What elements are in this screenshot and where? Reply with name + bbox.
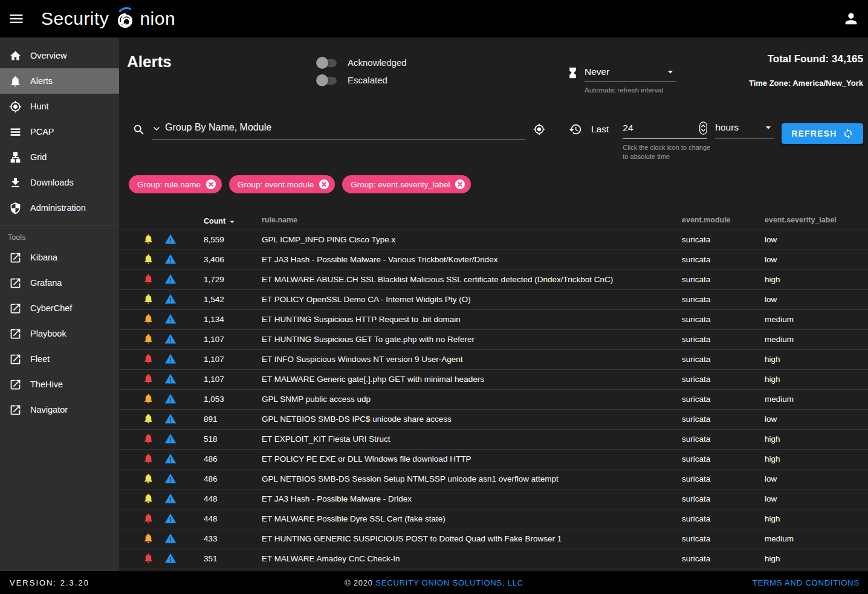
sidebar-item-administration[interactable]: Administration: [0, 195, 119, 221]
cell-severity-label[interactable]: medium: [765, 395, 794, 404]
cell-count[interactable]: 1,107: [204, 355, 224, 364]
cell-severity-label[interactable]: low: [765, 474, 777, 483]
sidebar-tool-fleet[interactable]: Fleet: [0, 346, 119, 372]
table-row[interactable]: 486 ET POLICY PE EXE or DLL Windows file…: [119, 449, 868, 469]
cell-rule-name[interactable]: ET MALWARE ABUSE.CH SSL Blacklist Malici…: [262, 275, 613, 284]
cell-severity-label[interactable]: high: [765, 454, 780, 463]
cell-rule-name[interactable]: ET MALWARE Generic gate[.].php GET with …: [262, 375, 484, 384]
cell-severity-label[interactable]: high: [765, 434, 780, 444]
cell-severity-label[interactable]: low: [765, 255, 777, 264]
cell-severity-label[interactable]: medium: [765, 335, 794, 344]
table-row[interactable]: 448 ET MALWARE Possible Dyre SSL Cert (f…: [119, 509, 868, 529]
sidebar-tool-thehive[interactable]: TheHive: [0, 372, 119, 397]
cell-count[interactable]: 1,107: [204, 375, 224, 384]
severity-bell-icon[interactable]: [143, 453, 154, 464]
alert-info-icon[interactable]: [164, 453, 177, 465]
group-filter-chip[interactable]: Group: event.severity_label: [342, 175, 471, 193]
cell-count[interactable]: 486: [204, 474, 218, 483]
cell-severity-label[interactable]: low: [765, 415, 777, 424]
refresh-button[interactable]: REFRESH: [782, 123, 863, 144]
severity-bell-icon[interactable]: [143, 313, 154, 324]
cell-count[interactable]: 1,053: [204, 395, 224, 404]
cell-count[interactable]: 1,542: [204, 295, 224, 304]
cell-event-module[interactable]: suricata: [682, 395, 710, 404]
column-header-rule-name[interactable]: rule.name: [262, 216, 297, 224]
severity-bell-icon[interactable]: [143, 333, 154, 344]
column-header-count[interactable]: Count: [204, 216, 237, 227]
toggle-acknowledged[interactable]: Acknowledged: [316, 54, 407, 71]
severity-bell-icon[interactable]: [143, 253, 154, 265]
severity-bell-icon[interactable]: [143, 512, 154, 524]
alert-info-icon[interactable]: [164, 333, 177, 345]
cell-count[interactable]: 1,134: [204, 315, 224, 324]
cell-event-module[interactable]: suricata: [682, 295, 710, 304]
table-row[interactable]: 3,406 ET JA3 Hash - Possible Malware - V…: [119, 250, 868, 270]
cell-event-module[interactable]: suricata: [682, 415, 710, 424]
group-filter-chip[interactable]: Group: event.module: [229, 175, 335, 193]
severity-bell-icon[interactable]: [143, 532, 154, 544]
user-account-icon[interactable]: [843, 10, 860, 27]
sidebar-item-pcap[interactable]: PCAP: [0, 119, 119, 144]
chip-close-icon[interactable]: [206, 179, 216, 190]
sidebar-tool-kibana[interactable]: Kibana: [0, 245, 119, 270]
severity-bell-icon[interactable]: [143, 552, 154, 564]
cell-rule-name[interactable]: GPL SNMP public access udp: [262, 395, 371, 404]
cell-event-module[interactable]: suricata: [682, 474, 710, 483]
company-link[interactable]: SECURITY ONION SOLUTIONS, LLC: [375, 578, 523, 587]
menu-icon[interactable]: [8, 10, 25, 27]
cell-event-module[interactable]: suricata: [682, 335, 710, 344]
alert-info-icon[interactable]: [164, 413, 177, 425]
cell-count[interactable]: 518: [204, 434, 218, 444]
switch-off-icon[interactable]: [316, 74, 338, 86]
cell-rule-name[interactable]: ET POLICY PE EXE or DLL Windows file dow…: [262, 454, 471, 463]
cell-count[interactable]: 891: [204, 415, 218, 424]
cell-count[interactable]: 1,107: [204, 335, 224, 344]
sidebar-item-overview[interactable]: Overview: [0, 43, 119, 68]
table-row[interactable]: 1,134 ET HUNTING Suspicious HTTP Request…: [119, 309, 868, 329]
table-row[interactable]: 433 ET HUNTING GENERIC SUSPICIOUS POST t…: [119, 529, 868, 549]
sidebar-item-hunt[interactable]: Hunt: [0, 94, 119, 119]
alert-info-icon[interactable]: [164, 293, 177, 305]
cell-count[interactable]: 351: [204, 554, 218, 563]
severity-bell-icon[interactable]: [143, 293, 154, 305]
alert-info-icon[interactable]: [164, 492, 177, 505]
severity-bell-icon[interactable]: [143, 473, 154, 484]
table-row[interactable]: 518 ET EXPLOIT_KIT Fiesta URI Struct sur…: [119, 429, 868, 449]
cell-event-module[interactable]: suricata: [682, 255, 710, 264]
cell-rule-name[interactable]: ET POLICY OpenSSL Demo CA - Internet Wid…: [262, 295, 471, 304]
number-stepper-icon[interactable]: [699, 121, 707, 135]
alert-info-icon[interactable]: [164, 353, 177, 365]
table-row[interactable]: 1,053 GPL SNMP public access udp suricat…: [119, 389, 868, 409]
table-row[interactable]: 1,542 ET POLICY OpenSSL Demo CA - Intern…: [119, 289, 868, 309]
crosshair-actions-icon[interactable]: [533, 121, 545, 135]
time-unit-select[interactable]: hours: [715, 121, 774, 138]
alert-info-icon[interactable]: [164, 273, 177, 285]
alert-info-icon[interactable]: [164, 512, 177, 525]
cell-count[interactable]: 1,729: [204, 275, 224, 284]
cell-severity-label[interactable]: medium: [765, 315, 794, 324]
query-history-chevron-icon[interactable]: [152, 121, 165, 134]
column-header-severity-label[interactable]: event.severity_label: [765, 216, 837, 224]
terms-link[interactable]: TERMS AND CONDITIONS: [753, 578, 860, 587]
alert-info-icon[interactable]: [164, 552, 177, 564]
cell-rule-name[interactable]: ET MALWARE Possible Dyre SSL Cert (fake …: [262, 514, 445, 523]
cell-severity-label[interactable]: high: [765, 275, 780, 284]
table-row[interactable]: 351 ET MALWARE Amadey CnC Check-In suric…: [119, 549, 868, 569]
auto-refresh-select[interactable]: Never Automatic refresh interval: [585, 66, 676, 94]
cell-event-module[interactable]: suricata: [682, 275, 710, 284]
table-row[interactable]: 1,107 ET HUNTING Suspicious GET To gate.…: [119, 329, 868, 349]
cell-rule-name[interactable]: ET HUNTING Suspicious GET To gate.php wi…: [262, 335, 474, 344]
sidebar-item-downloads[interactable]: Downloads: [0, 170, 119, 195]
search-input[interactable]: [165, 122, 525, 133]
cell-severity-label[interactable]: medium: [765, 534, 794, 543]
table-row[interactable]: 8,559 GPL ICMP_INFO PING Cisco Type.x su…: [119, 230, 868, 250]
cell-severity-label[interactable]: high: [765, 514, 780, 523]
alert-info-icon[interactable]: [164, 473, 177, 485]
table-row[interactable]: 1,107 ET MALWARE Generic gate[.].php GET…: [119, 369, 868, 389]
table-row[interactable]: 891 GPL NETBIOS SMB-DS IPC$ unicode shar…: [119, 409, 868, 429]
cell-count[interactable]: 448: [204, 494, 218, 503]
cell-count[interactable]: 486: [204, 454, 218, 463]
cell-severity-label[interactable]: high: [765, 375, 780, 384]
sidebar-tool-grafana[interactable]: Grafana: [0, 270, 119, 295]
cell-event-module[interactable]: suricata: [682, 235, 710, 244]
